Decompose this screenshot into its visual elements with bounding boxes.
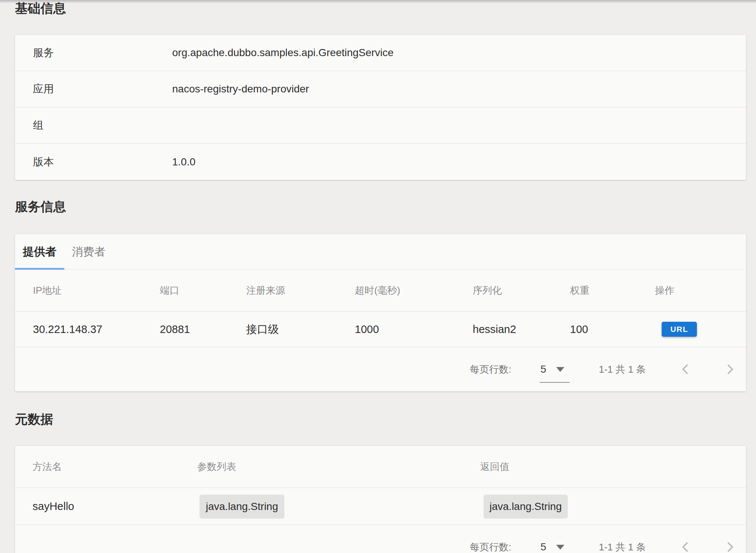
next-page-icon[interactable] — [723, 540, 737, 553]
tab-providers[interactable]: 提供者 — [15, 234, 64, 269]
rows-per-page-select[interactable]: 5 — [540, 525, 546, 553]
service-value: org.apache.dubbo.samples.api.GreetingSer… — [172, 47, 746, 59]
metadata-table-header: 方法名 参数列表 返回值 — [15, 446, 746, 488]
url-button[interactable]: URL — [662, 322, 697, 337]
version-label: 版本 — [15, 155, 172, 169]
service-label: 服务 — [15, 46, 172, 60]
providers-table-header: IP地址 端口 注册来源 超时(毫秒) 序列化 权重 操作 — [15, 270, 746, 312]
application-value: nacos-registry-demo-provider — [172, 83, 746, 95]
basic-info-card: 服务 org.apache.dubbo.samples.api.Greeting… — [15, 35, 746, 180]
service-detail-page: 基础信息 服务 org.apache.dubbo.samples.api.Gre… — [15, 0, 746, 553]
col-timeout: 超时(毫秒) — [355, 270, 400, 311]
cell-method-name: sayHello — [33, 488, 74, 525]
col-serialization: 序列化 — [473, 270, 502, 311]
cell-port: 20881 — [160, 312, 190, 347]
col-port: 端口 — [160, 270, 179, 311]
basic-info-row-version: 版本 1.0.0 — [15, 144, 746, 180]
provider-table-row: 30.221.148.37 20881 接口级 1000 hessian2 10… — [15, 312, 746, 347]
select-underline — [540, 382, 570, 383]
dropdown-arrow-icon[interactable] — [556, 545, 564, 550]
rows-per-page-label: 每页行数: — [470, 347, 511, 391]
return-type-chip: java.lang.String — [484, 495, 568, 519]
col-operation: 操作 — [655, 270, 674, 311]
basic-info-title: 基础信息 — [15, 1, 746, 15]
dropdown-arrow-icon[interactable] — [556, 367, 564, 372]
next-page-icon[interactable] — [723, 363, 737, 376]
previous-page-icon[interactable] — [679, 363, 692, 376]
pagination-range-label: 1-1 共 1 条 — [599, 525, 646, 553]
providers-pagination: 每页行数: 5 1-1 共 1 条 — [15, 347, 746, 391]
metadata-table-row: sayHello java.lang.String java.lang.Stri… — [15, 488, 746, 525]
basic-info-row-application: 应用 nacos-registry-demo-provider — [15, 71, 746, 107]
group-label: 组 — [15, 118, 172, 132]
rows-per-page-select[interactable]: 5 — [540, 347, 546, 391]
cell-ip-address: 30.221.148.37 — [33, 312, 102, 347]
pagination-range-label: 1-1 共 1 条 — [599, 347, 646, 391]
col-return-type: 返回值 — [480, 446, 509, 488]
provider-consumer-tabbar: 提供者 消费者 — [15, 234, 746, 270]
metadata-pagination: 每页行数: 5 1-1 共 1 条 — [15, 525, 746, 553]
application-label: 应用 — [15, 82, 172, 96]
cell-timeout: 1000 — [355, 312, 379, 347]
metadata-card: 方法名 参数列表 返回值 sayHello java.lang.String j… — [15, 446, 746, 553]
service-info-card: 提供者 消费者 IP地址 端口 注册来源 超时(毫秒) 序列化 权重 操作 30… — [15, 234, 746, 391]
rows-per-page-label: 每页行数: — [470, 525, 511, 553]
previous-page-icon[interactable] — [679, 540, 692, 553]
col-method-name: 方法名 — [33, 446, 62, 488]
basic-info-row-group: 组 — [15, 107, 746, 144]
parameter-type-chip: java.lang.String — [199, 495, 284, 519]
cell-weight: 100 — [570, 312, 588, 347]
service-info-title: 服务信息 — [15, 199, 746, 214]
col-registry-source: 注册来源 — [246, 270, 285, 311]
cell-serialization: hessian2 — [473, 312, 516, 347]
tab-consumers[interactable]: 消费者 — [70, 234, 108, 269]
col-ip-address: IP地址 — [33, 270, 62, 311]
col-parameter-list: 参数列表 — [197, 446, 236, 488]
cell-registry-source: 接口级 — [246, 312, 279, 347]
metadata-title: 元数据 — [15, 412, 746, 426]
col-weight: 权重 — [570, 270, 589, 311]
basic-info-row-service: 服务 org.apache.dubbo.samples.api.Greeting… — [15, 35, 746, 71]
version-value: 1.0.0 — [172, 156, 746, 168]
